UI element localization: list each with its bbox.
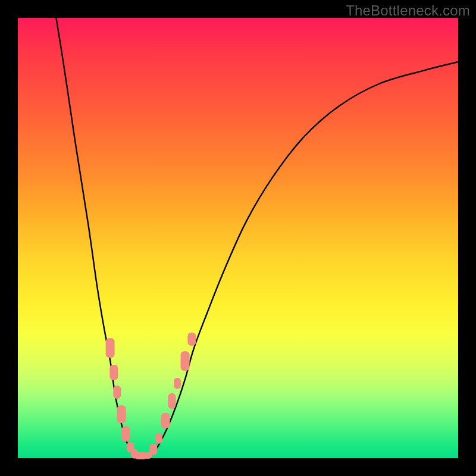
data-marker xyxy=(155,433,162,444)
data-marker xyxy=(110,365,118,380)
plot-area xyxy=(18,18,458,458)
profile-curve xyxy=(49,0,458,456)
data-marker xyxy=(168,393,176,409)
data-marker xyxy=(113,386,121,399)
data-marker xyxy=(149,444,157,455)
data-marker xyxy=(106,338,115,358)
data-marker xyxy=(122,426,130,441)
data-marker xyxy=(161,413,170,428)
data-marker xyxy=(117,405,126,423)
watermark-text: TheBottleneck.com xyxy=(346,2,470,19)
chart-frame: TheBottleneck.com xyxy=(0,0,476,476)
curve-layer xyxy=(18,18,458,458)
data-marker xyxy=(174,378,181,389)
data-marker xyxy=(188,333,196,346)
data-marker xyxy=(181,352,190,371)
